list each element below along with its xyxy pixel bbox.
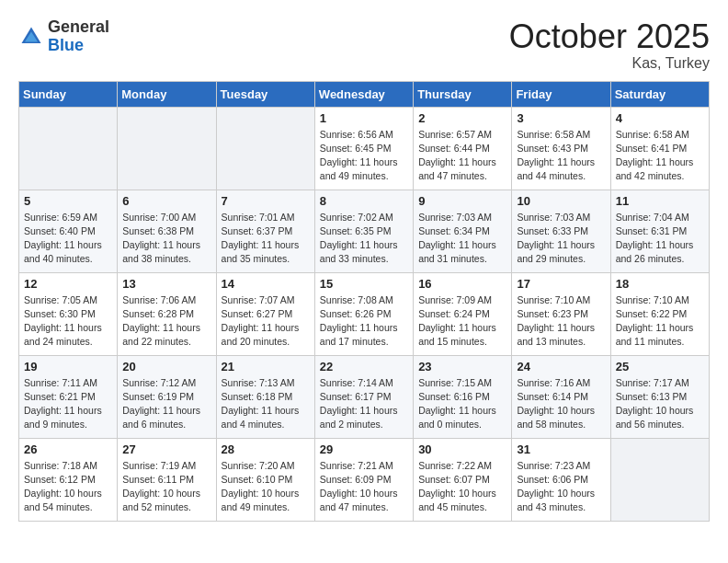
day-info: Sunrise: 7:05 AMSunset: 6:30 PMDaylight:… — [24, 293, 112, 350]
day-number: 15 — [320, 277, 408, 291]
day-info: Sunrise: 7:02 AMSunset: 6:35 PMDaylight:… — [320, 211, 408, 267]
day-number: 23 — [418, 360, 506, 373]
calendar-week-row: 1Sunrise: 6:56 AMSunset: 6:45 PMDaylight… — [19, 107, 710, 190]
calendar-cell: 24Sunrise: 7:16 AMSunset: 6:14 PMDayligh… — [512, 355, 610, 438]
day-info: Sunrise: 7:06 AMSunset: 6:28 PMDaylight:… — [122, 293, 210, 350]
day-number: 4 — [616, 111, 704, 125]
weekday-header: Tuesday — [216, 81, 314, 107]
day-info: Sunrise: 7:16 AMSunset: 6:14 PMDaylight:… — [517, 376, 605, 432]
calendar-cell: 31Sunrise: 7:23 AMSunset: 6:06 PMDayligh… — [512, 438, 610, 521]
day-number: 30 — [418, 442, 506, 456]
calendar-cell: 23Sunrise: 7:15 AMSunset: 6:16 PMDayligh… — [414, 355, 512, 438]
calendar-cell: 18Sunrise: 7:10 AMSunset: 6:22 PMDayligh… — [610, 272, 709, 355]
day-number: 13 — [122, 277, 210, 291]
logo-general-text: General — [48, 18, 109, 37]
day-info: Sunrise: 7:15 AMSunset: 6:16 PMDaylight:… — [418, 376, 506, 432]
day-info: Sunrise: 7:22 AMSunset: 6:07 PMDaylight:… — [418, 459, 506, 515]
calendar-cell: 25Sunrise: 7:17 AMSunset: 6:13 PMDayligh… — [610, 355, 709, 438]
calendar-cell — [118, 107, 216, 190]
logo: General Blue — [18, 18, 109, 55]
day-info: Sunrise: 6:58 AMSunset: 6:43 PMDaylight:… — [517, 128, 605, 184]
logo-blue-text: Blue — [48, 37, 109, 55]
calendar-cell: 3Sunrise: 6:58 AMSunset: 6:43 PMDaylight… — [512, 107, 610, 190]
calendar-week-row: 26Sunrise: 7:18 AMSunset: 6:12 PMDayligh… — [19, 438, 710, 521]
calendar-cell: 17Sunrise: 7:10 AMSunset: 6:23 PMDayligh… — [512, 272, 610, 355]
day-number: 12 — [24, 277, 112, 291]
day-info: Sunrise: 7:09 AMSunset: 6:24 PMDaylight:… — [418, 293, 506, 350]
calendar-cell: 4Sunrise: 6:58 AMSunset: 6:41 PMDaylight… — [610, 107, 709, 190]
calendar-cell: 13Sunrise: 7:06 AMSunset: 6:28 PMDayligh… — [118, 272, 216, 355]
calendar-cell: 5Sunrise: 6:59 AMSunset: 6:40 PMDaylight… — [19, 190, 118, 272]
day-info: Sunrise: 7:00 AMSunset: 6:38 PMDaylight:… — [122, 211, 210, 267]
day-info: Sunrise: 7:10 AMSunset: 6:22 PMDaylight:… — [616, 293, 704, 350]
calendar-cell: 2Sunrise: 6:57 AMSunset: 6:44 PMDaylight… — [414, 107, 512, 190]
calendar-cell: 7Sunrise: 7:01 AMSunset: 6:37 PMDaylight… — [216, 190, 314, 272]
logo-text: General Blue — [48, 18, 109, 55]
day-info: Sunrise: 7:04 AMSunset: 6:31 PMDaylight:… — [616, 211, 704, 267]
logo-icon — [18, 24, 44, 50]
calendar-cell: 8Sunrise: 7:02 AMSunset: 6:35 PMDaylight… — [314, 190, 413, 272]
calendar-cell — [216, 107, 314, 190]
day-number: 28 — [222, 442, 310, 456]
day-number: 24 — [517, 360, 605, 373]
calendar-cell: 29Sunrise: 7:21 AMSunset: 6:09 PMDayligh… — [314, 438, 413, 521]
day-number: 2 — [418, 111, 506, 125]
day-info: Sunrise: 7:18 AMSunset: 6:12 PMDaylight:… — [24, 459, 112, 515]
day-info: Sunrise: 7:12 AMSunset: 6:19 PMDaylight:… — [122, 376, 210, 432]
calendar-cell: 15Sunrise: 7:08 AMSunset: 6:26 PMDayligh… — [314, 272, 413, 355]
day-info: Sunrise: 7:21 AMSunset: 6:09 PMDaylight:… — [320, 459, 408, 515]
location-text: Kas, Turkey — [509, 55, 710, 72]
calendar-week-row: 5Sunrise: 6:59 AMSunset: 6:40 PMDaylight… — [19, 190, 710, 272]
weekday-header: Monday — [118, 81, 216, 107]
day-number: 29 — [320, 442, 408, 456]
calendar-cell: 19Sunrise: 7:11 AMSunset: 6:21 PMDayligh… — [19, 355, 118, 438]
day-info: Sunrise: 7:08 AMSunset: 6:26 PMDaylight:… — [320, 293, 408, 350]
day-number: 20 — [122, 360, 210, 373]
day-info: Sunrise: 7:14 AMSunset: 6:17 PMDaylight:… — [320, 376, 408, 432]
calendar-cell: 1Sunrise: 6:56 AMSunset: 6:45 PMDaylight… — [314, 107, 413, 190]
calendar-cell: 16Sunrise: 7:09 AMSunset: 6:24 PMDayligh… — [414, 272, 512, 355]
day-number: 19 — [24, 360, 112, 373]
day-number: 16 — [418, 277, 506, 291]
day-info: Sunrise: 7:17 AMSunset: 6:13 PMDaylight:… — [616, 376, 704, 432]
day-info: Sunrise: 7:11 AMSunset: 6:21 PMDaylight:… — [24, 376, 112, 432]
calendar-cell: 30Sunrise: 7:22 AMSunset: 6:07 PMDayligh… — [414, 438, 512, 521]
day-info: Sunrise: 7:19 AMSunset: 6:11 PMDaylight:… — [122, 459, 210, 515]
day-info: Sunrise: 7:20 AMSunset: 6:10 PMDaylight:… — [222, 459, 310, 515]
calendar-cell: 9Sunrise: 7:03 AMSunset: 6:34 PMDaylight… — [414, 190, 512, 272]
day-info: Sunrise: 7:13 AMSunset: 6:18 PMDaylight:… — [222, 376, 310, 432]
weekday-header: Sunday — [19, 81, 118, 107]
calendar-cell: 10Sunrise: 7:03 AMSunset: 6:33 PMDayligh… — [512, 190, 610, 272]
weekday-header: Wednesday — [314, 81, 413, 107]
calendar-cell: 14Sunrise: 7:07 AMSunset: 6:27 PMDayligh… — [216, 272, 314, 355]
day-number: 5 — [24, 194, 112, 208]
calendar-cell: 28Sunrise: 7:20 AMSunset: 6:10 PMDayligh… — [216, 438, 314, 521]
day-number: 25 — [616, 360, 704, 373]
day-number: 10 — [517, 194, 605, 208]
calendar-cell: 12Sunrise: 7:05 AMSunset: 6:30 PMDayligh… — [19, 272, 118, 355]
day-info: Sunrise: 7:03 AMSunset: 6:34 PMDaylight:… — [418, 211, 506, 267]
day-info: Sunrise: 7:23 AMSunset: 6:06 PMDaylight:… — [517, 459, 605, 515]
title-block: October 2025 Kas, Turkey — [509, 18, 710, 72]
day-number: 6 — [122, 194, 210, 208]
day-info: Sunrise: 7:10 AMSunset: 6:23 PMDaylight:… — [517, 293, 605, 350]
month-title: October 2025 — [509, 18, 710, 55]
day-info: Sunrise: 6:56 AMSunset: 6:45 PMDaylight:… — [320, 128, 408, 184]
day-number: 31 — [517, 442, 605, 456]
calendar-cell: 11Sunrise: 7:04 AMSunset: 6:31 PMDayligh… — [610, 190, 709, 272]
calendar-cell: 22Sunrise: 7:14 AMSunset: 6:17 PMDayligh… — [314, 355, 413, 438]
day-info: Sunrise: 6:59 AMSunset: 6:40 PMDaylight:… — [24, 211, 112, 267]
calendar-cell: 27Sunrise: 7:19 AMSunset: 6:11 PMDayligh… — [118, 438, 216, 521]
day-number: 9 — [418, 194, 506, 208]
calendar-table: SundayMondayTuesdayWednesdayThursdayFrid… — [18, 81, 710, 522]
day-number: 26 — [24, 442, 112, 456]
page-container: General Blue October 2025 Kas, Turkey Su… — [0, 0, 728, 531]
day-number: 3 — [517, 111, 605, 125]
day-number: 14 — [222, 277, 310, 291]
calendar-cell — [610, 438, 709, 521]
weekday-header: Friday — [512, 81, 610, 107]
calendar-cell: 20Sunrise: 7:12 AMSunset: 6:19 PMDayligh… — [118, 355, 216, 438]
calendar-cell: 21Sunrise: 7:13 AMSunset: 6:18 PMDayligh… — [216, 355, 314, 438]
day-number: 7 — [222, 194, 310, 208]
weekday-header: Thursday — [414, 81, 512, 107]
